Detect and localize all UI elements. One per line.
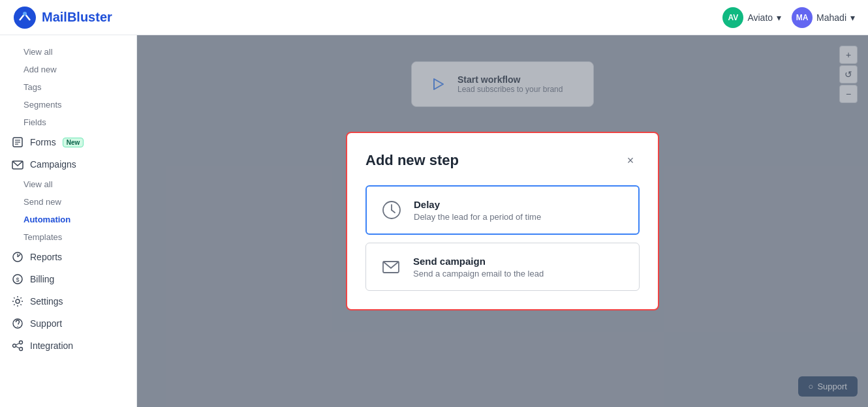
sidebar-item-campaigns[interactable]: Campaigns	[0, 153, 136, 175]
sidebar-item-automation[interactable]: Automation	[0, 211, 136, 228]
delay-description: Delay the lead for a period of time	[414, 212, 541, 222]
app-logo[interactable]: MailBluster	[13, 6, 112, 29]
svg-line-21	[392, 210, 395, 213]
account-switcher-aviato[interactable]: AV Aviato ▾	[722, 7, 781, 28]
billing-icon: $	[12, 273, 23, 285]
sidebar-item-view-all-contacts[interactable]: View all	[0, 43, 136, 61]
send-campaign-title: Send campaign	[413, 256, 544, 267]
support-icon	[12, 318, 23, 329]
fields-label: Fields	[23, 117, 46, 127]
sidebar-item-integration[interactable]: Integration	[0, 335, 136, 357]
sidebar-item-fields[interactable]: Fields	[0, 113, 136, 131]
sidebar-item-templates[interactable]: Templates	[0, 228, 136, 246]
mahadi-name: Mahadi	[816, 12, 846, 23]
modal-overlay: Add new step × Delay Delay the lea	[137, 35, 868, 407]
svg-point-12	[17, 326, 18, 327]
support-sidebar-label: Support	[30, 318, 62, 329]
sidebar-item-view-all-campaigns[interactable]: View all	[0, 175, 136, 193]
delay-title: Delay	[414, 199, 541, 210]
svg-point-0	[14, 7, 36, 29]
sidebar-item-segments[interactable]: Segments	[0, 96, 136, 113]
sidebar-item-forms[interactable]: Forms New	[0, 131, 136, 153]
send-campaign-option-text: Send campaign Send a campaign email to t…	[413, 256, 544, 279]
svg-line-17	[16, 346, 19, 348]
mahadi-chevron: ▾	[850, 12, 855, 23]
sidebar-item-support[interactable]: Support	[0, 312, 136, 335]
campaigns-label: Campaigns	[30, 159, 76, 170]
svg-point-15	[20, 348, 23, 351]
settings-icon	[12, 295, 23, 307]
sidebar-item-send-new[interactable]: Send new	[0, 193, 136, 211]
add-step-modal: Add new step × Delay Delay the lea	[346, 132, 659, 310]
view-all-label: View all	[23, 47, 53, 57]
segments-label: Segments	[23, 100, 62, 110]
step-option-send-campaign[interactable]: Send campaign Send a campaign email to t…	[365, 243, 640, 291]
account-switcher-mahadi[interactable]: MA Mahadi ▾	[792, 7, 855, 28]
forms-icon	[12, 136, 23, 148]
svg-point-11	[16, 299, 20, 303]
sidebar-item-reports[interactable]: Reports	[0, 246, 136, 268]
integration-label: Integration	[30, 340, 73, 351]
campaigns-icon	[12, 158, 23, 170]
settings-label: Settings	[30, 296, 63, 307]
sidebar-item-add-new-contacts[interactable]: Add new	[0, 61, 136, 78]
send-campaign-description: Send a campaign email to the lead	[413, 269, 544, 279]
svg-point-13	[13, 344, 16, 348]
svg-point-1	[23, 12, 27, 16]
app-layout: View all Add new Tags Segments Fields Fo…	[0, 35, 868, 407]
main-content: Start workflow Lead subscribes to your b…	[137, 35, 868, 407]
mahadi-avatar: MA	[792, 7, 813, 28]
modal-close-button[interactable]: ×	[621, 151, 640, 170]
modal-title: Add new step	[365, 152, 459, 169]
integration-icon	[12, 340, 23, 352]
aviato-chevron: ▾	[777, 12, 781, 23]
modal-header: Add new step ×	[365, 151, 640, 170]
reports-icon	[12, 251, 23, 263]
logo-icon	[13, 6, 37, 29]
aviato-avatar: AV	[722, 7, 743, 28]
logo-text: MailBluster	[42, 10, 112, 25]
forms-badge: New	[63, 138, 84, 147]
app-header: MailBluster AV Aviato ▾ MA Mahadi ▾	[0, 0, 868, 35]
tags-label: Tags	[23, 82, 41, 92]
sidebar: View all Add new Tags Segments Fields Fo…	[0, 35, 137, 407]
sidebar-item-tags[interactable]: Tags	[0, 78, 136, 96]
aviato-name: Aviato	[747, 12, 773, 23]
svg-point-14	[20, 341, 23, 344]
step-option-delay[interactable]: Delay Delay the lead for a period of tim…	[365, 185, 640, 235]
reports-label: Reports	[30, 252, 62, 262]
header-accounts: AV Aviato ▾ MA Mahadi ▾	[722, 7, 855, 28]
sidebar-item-billing[interactable]: $ Billing	[0, 268, 136, 290]
svg-line-16	[16, 343, 19, 345]
svg-text:$: $	[16, 277, 19, 283]
delay-icon	[380, 198, 403, 222]
delay-option-text: Delay Delay the lead for a period of tim…	[414, 199, 541, 222]
forms-label: Forms	[30, 137, 56, 147]
send-campaign-icon	[379, 255, 403, 279]
add-new-label: Add new	[23, 65, 57, 74]
billing-label: Billing	[30, 274, 54, 284]
sidebar-item-settings[interactable]: Settings	[0, 290, 136, 312]
